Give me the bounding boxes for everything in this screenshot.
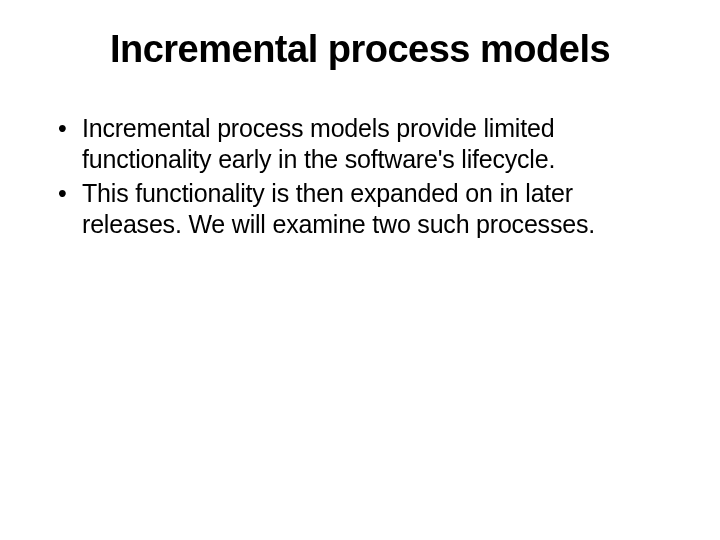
slide: Incremental process models Incremental p… xyxy=(0,0,720,540)
list-item: Incremental process models provide limit… xyxy=(58,113,670,174)
bullet-list: Incremental process models provide limit… xyxy=(50,113,670,239)
list-item: This functionality is then expanded on i… xyxy=(58,178,670,239)
slide-title: Incremental process models xyxy=(50,28,670,71)
